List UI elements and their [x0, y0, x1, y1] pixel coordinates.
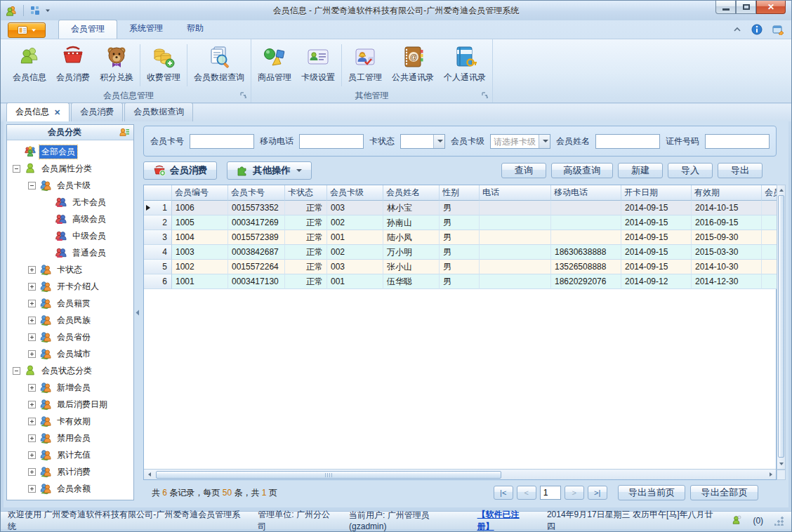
toolbar-button-其他操作[interactable]: 其他操作 [227, 161, 311, 180]
tree-expander-plus-icon[interactable] [28, 418, 36, 425]
column-header-会员[interactable]: 会员 [762, 185, 777, 201]
tree-expander-minus-icon[interactable] [13, 367, 20, 375]
online-user-icon[interactable] [731, 515, 741, 526]
scroll-right-icon[interactable] [765, 470, 776, 479]
vertical-scrollbar[interactable] [777, 185, 786, 470]
ribbon-button-收费管理[interactable]: 收费管理 [142, 41, 185, 86]
layout-icon[interactable] [29, 5, 41, 16]
last-page-button[interactable]: >| [588, 486, 607, 500]
info-icon[interactable] [751, 24, 763, 35]
combo-dropdown-icon[interactable] [433, 135, 444, 148]
document-tab-会员信息[interactable]: 会员信息✕ [6, 102, 70, 121]
row-header[interactable]: 2 [144, 215, 172, 230]
ribbon-button-个人通讯录[interactable]: 个人通讯录 [439, 41, 491, 86]
table-row[interactable]: 110060015573352正常003林小宝男2014-09-152014-1… [144, 201, 776, 215]
tree-expander-plus-icon[interactable] [28, 384, 36, 392]
next-page-button[interactable]: > [565, 486, 584, 500]
ribbon-button-积分兑换[interactable]: 积分兑换 [95, 41, 138, 86]
tree-item-全部会员[interactable]: 全部会员 [10, 143, 133, 160]
row-header[interactable]: 6 [144, 274, 172, 289]
tree-item-中级会员[interactable]: 中级会员 [10, 227, 133, 244]
tree-expander-plus-icon[interactable] [28, 434, 36, 442]
tree-item-会员城市[interactable]: 会员城市 [10, 345, 133, 362]
tree-item-会员籍贯[interactable]: 会员籍贯 [10, 295, 133, 312]
toolbar-button-会员消费[interactable]: 会员消费 [143, 161, 217, 180]
tree-item-会员余额[interactable]: 会员余额 [10, 480, 133, 497]
minimize-button[interactable] [715, 1, 736, 14]
action-button-新建[interactable]: 新建 [618, 163, 663, 178]
previous-page-button[interactable]: < [517, 486, 536, 500]
horizontal-scrollbar[interactable] [144, 469, 776, 479]
document-tab-会员数据查询[interactable]: 会员数据查询 [124, 102, 193, 121]
row-header[interactable]: 3 [144, 230, 172, 245]
close-button[interactable]: ✕ [756, 1, 786, 14]
tree-expander-plus-icon[interactable] [28, 451, 36, 459]
tree-item-开卡介绍人[interactable]: 开卡介绍人 [10, 278, 133, 295]
group-dialog-launcher[interactable] [482, 92, 489, 100]
ribbon-button-公共通讯录[interactable]: @公共通讯录 [387, 41, 439, 86]
tree-expander-plus-icon[interactable] [28, 401, 36, 408]
row-header[interactable]: 1 [144, 201, 172, 215]
column-header-会员编号[interactable]: 会员编号 [172, 185, 228, 201]
horizontal-scroll-thumb[interactable] [156, 471, 501, 479]
filter-input-会员姓名[interactable] [595, 134, 660, 149]
tree-expander-plus-icon[interactable] [28, 333, 36, 341]
action-button-导出[interactable]: 导出 [718, 163, 763, 178]
tree-item-会员属性分类[interactable]: 会员属性分类 [10, 160, 133, 177]
table-row[interactable]: 410030003842687正常002万小明男186306388882014-… [144, 245, 776, 260]
tree-item-累计消费[interactable]: 累计消费 [10, 463, 133, 480]
column-header-会员姓名[interactable]: 会员姓名 [383, 185, 440, 201]
tree-expander-plus-icon[interactable] [28, 300, 36, 307]
tree-expander-plus-icon[interactable] [28, 468, 36, 476]
table-row[interactable]: 510020015572264正常003张小山男135265088882014-… [144, 260, 776, 274]
combo-dropdown-icon[interactable] [539, 135, 550, 148]
tree-expander-plus-icon[interactable] [28, 485, 36, 493]
vertical-scroll-thumb[interactable] [778, 195, 784, 458]
export-button-导出全部页[interactable]: 导出全部页 [690, 485, 758, 500]
tree-item-会员状态分类[interactable]: 会员状态分类 [10, 362, 133, 379]
scroll-down-icon[interactable] [777, 459, 785, 469]
ribbon-button-员工管理[interactable]: 员工管理 [343, 41, 387, 86]
action-button-高级查询[interactable]: 高级查询 [551, 163, 613, 178]
table-row[interactable]: 310040015572389正常001陆小凤男2014-09-152015-0… [144, 230, 776, 245]
column-header-性别[interactable]: 性别 [440, 185, 480, 201]
tree-item-累计充值[interactable]: 累计充值 [10, 446, 133, 463]
ribbon-tab-会员管理[interactable]: 会员管理 [58, 20, 117, 39]
tab-close-icon[interactable]: ✕ [54, 109, 60, 116]
tree-item-普通会员[interactable]: 普通会员 [10, 244, 133, 261]
ribbon-tab-系统管理[interactable]: 系统管理 [117, 20, 175, 39]
tree-item-最后消费日期[interactable]: 最后消费日期 [10, 396, 133, 413]
tree-item-卡状态[interactable]: 卡状态 [10, 261, 133, 278]
filter-input-会员卡号[interactable] [190, 134, 254, 149]
action-button-查询[interactable]: 查询 [501, 163, 546, 178]
ribbon-button-会员信息[interactable]: 会员信息 [8, 41, 51, 86]
filter-combo-会员卡级[interactable]: 请选择卡级 [490, 134, 550, 149]
tree-expander-minus-icon[interactable] [13, 165, 20, 173]
tree-expander-plus-icon[interactable] [28, 317, 36, 324]
column-header-会员卡级[interactable]: 会员卡级 [327, 185, 383, 201]
document-tab-会员消费[interactable]: 会员消费 [71, 102, 123, 121]
row-header[interactable]: 5 [144, 260, 172, 274]
ribbon-tab-帮助[interactable]: 帮助 [175, 20, 216, 39]
tree-item-高级会员[interactable]: 高级会员 [10, 211, 133, 227]
tree-item-会员民族[interactable]: 会员民族 [10, 312, 133, 328]
tree-item-禁用会员[interactable]: 禁用会员 [10, 430, 133, 446]
column-header-卡状态[interactable]: 卡状态 [285, 185, 327, 201]
column-header-开卡日期[interactable]: 开卡日期 [621, 185, 692, 201]
filter-input-证件号码[interactable] [705, 134, 770, 149]
register-link[interactable]: 【软件已注册】 [477, 509, 536, 532]
tree-expander-minus-icon[interactable] [28, 182, 36, 189]
tree-expander-plus-icon[interactable] [28, 266, 36, 274]
scroll-up-icon[interactable] [777, 185, 785, 195]
column-header-移动电话[interactable]: 移动电话 [551, 185, 621, 201]
ribbon-button-会员消费[interactable]: 会员消费 [51, 41, 95, 86]
table-row[interactable]: 210050003417269正常002孙南山男2014-09-152016-0… [144, 215, 776, 230]
action-button-导入[interactable]: 导入 [668, 163, 713, 178]
maximize-button[interactable] [736, 1, 756, 14]
splitter-handle[interactable] [134, 124, 141, 500]
table-row[interactable]: 610010003417130正常001伍华聪男186202920762014-… [144, 274, 776, 289]
tree-item-无卡会员[interactable]: 无卡会员 [10, 194, 133, 211]
filter-combo-卡状态[interactable] [400, 134, 445, 149]
column-header-有效期[interactable]: 有效期 [692, 185, 762, 201]
column-header-电话[interactable]: 电话 [480, 185, 551, 201]
